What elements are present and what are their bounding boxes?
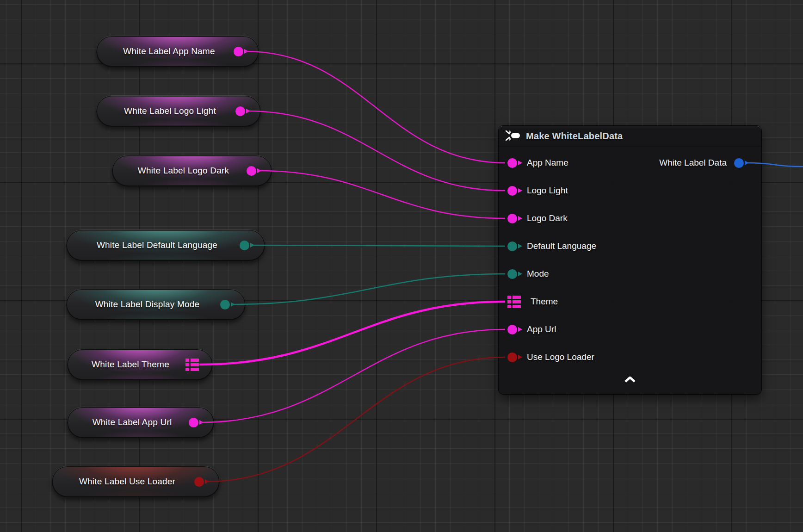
input-pin-row-logo-light: Logo Light	[507, 180, 568, 201]
input-pin-label: Logo Dark	[527, 213, 568, 223]
input-pin[interactable]	[507, 241, 517, 251]
variable-output-pin[interactable]	[189, 418, 198, 427]
variable-node-label: White Label App Name	[96, 46, 234, 56]
variable-node-white-label-display-mode[interactable]: White Label Display Mode	[66, 289, 246, 320]
output-pin[interactable]	[734, 158, 744, 168]
variable-node-label: White Label App Url	[67, 417, 189, 427]
output-pin-row: White Label Data	[659, 153, 744, 173]
input-pin-label: Mode	[527, 269, 549, 279]
variable-node-label: White Label Default Language	[66, 240, 240, 250]
variable-node-white-label-logo-light[interactable]: White Label Logo Light	[96, 95, 261, 127]
input-pin-row-app-name: App Name	[507, 153, 568, 173]
variable-output-pin[interactable]	[240, 241, 249, 250]
variable-node-white-label-app-url[interactable]: White Label App Url	[67, 407, 214, 438]
input-pin-row-mode: Mode	[507, 264, 549, 284]
variable-node-white-label-default-language[interactable]: White Label Default Language	[66, 229, 265, 261]
input-pin[interactable]	[507, 158, 517, 168]
input-pin-label: Use Logo Loader	[527, 352, 594, 362]
input-pin-row-logo-dark: Logo Dark	[507, 208, 568, 229]
variable-node-white-label-app-name[interactable]: White Label App Name	[96, 36, 259, 67]
input-pin-row-theme: Theme	[507, 291, 558, 312]
input-struct-pin[interactable]	[507, 296, 521, 308]
variable-output-pin[interactable]	[247, 166, 256, 176]
input-pin[interactable]	[507, 186, 517, 196]
variable-output-pin[interactable]	[234, 47, 243, 56]
variable-output-pin[interactable]	[194, 477, 204, 487]
collapse-node-button[interactable]	[621, 373, 639, 387]
input-pin-row-default-language: Default Language	[507, 236, 596, 256]
make-node-header[interactable]: Make WhiteLabelData	[499, 126, 761, 147]
input-pin[interactable]	[507, 353, 517, 362]
input-pin-label: Logo Light	[527, 186, 568, 196]
make-struct-icon	[505, 130, 521, 143]
variable-node-white-label-logo-dark[interactable]: White Label Logo Dark	[112, 155, 272, 186]
variable-node-label: White Label Use Loader	[52, 476, 194, 487]
blueprint-graph-canvas[interactable]: White Label App NameWhite Label Logo Lig…	[0, 0, 803, 532]
node-title: Make WhiteLabelData	[526, 131, 623, 142]
output-pin-label: White Label Data	[659, 158, 727, 168]
variable-node-label: White Label Display Mode	[66, 299, 220, 309]
input-pin-label: Default Language	[527, 241, 596, 251]
variable-output-pin[interactable]	[235, 106, 245, 116]
variable-node-label: White Label Logo Light	[96, 106, 235, 116]
variable-node-white-label-use-loader[interactable]: White Label Use Loader	[52, 466, 220, 497]
input-pin-row-app-url: App Url	[507, 319, 556, 340]
input-pin-label: App Url	[527, 324, 556, 334]
variable-node-label: White Label Logo Dark	[112, 166, 247, 176]
input-pin[interactable]	[507, 325, 517, 334]
input-pin-label: App Name	[527, 158, 568, 168]
make-whitelabeldata-node[interactable]: Make WhiteLabelDataApp NameLogo LightLog…	[499, 126, 761, 394]
variable-node-label: White Label Theme	[67, 359, 185, 370]
variable-output-pin[interactable]	[220, 300, 230, 309]
variable-node-white-label-theme[interactable]: White Label Theme	[67, 349, 213, 380]
chevron-up-icon	[624, 377, 636, 384]
input-pin[interactable]	[507, 214, 517, 223]
input-pin-label: Theme	[531, 297, 558, 307]
node-layer: White Label App NameWhite Label Logo Lig…	[0, 0, 803, 532]
input-pin[interactable]	[507, 269, 517, 279]
variable-output-struct-pin[interactable]	[185, 359, 199, 371]
input-pin-row-use-logo-loader: Use Logo Loader	[507, 347, 594, 367]
